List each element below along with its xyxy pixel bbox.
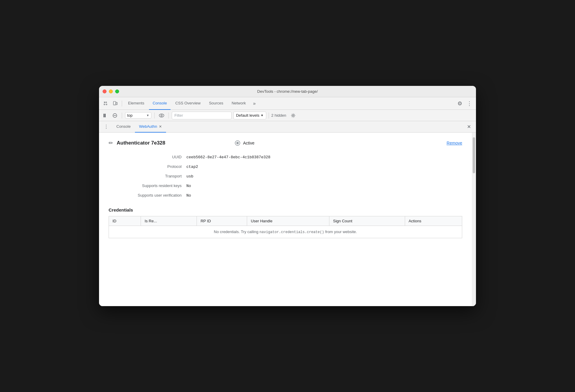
levels-dropdown-icon: ▼ — [261, 114, 264, 117]
toolbar-divider — [122, 101, 122, 107]
col-id: ID — [109, 216, 141, 226]
col-actions: Actions — [405, 216, 462, 226]
more-tabs-button[interactable]: » — [251, 97, 258, 110]
console-toolbar-divider-4 — [269, 113, 269, 118]
table-header-row: ID Is Re... RP ID User Handle Sign Count… — [109, 216, 462, 226]
context-selector[interactable]: top ▼ — [125, 112, 151, 118]
scrollbar-thumb[interactable] — [473, 137, 475, 173]
settings-icon[interactable]: ⚙ — [456, 99, 464, 108]
clear-console-icon[interactable] — [111, 112, 119, 119]
no-credentials-text: No credentials. Try calling navigator.cr… — [214, 230, 357, 234]
panel-tabs: ⋮ Console WebAuthn ✕ ✕ — [99, 121, 476, 133]
edit-icon[interactable]: ✏ — [109, 140, 113, 146]
no-credentials-row: No credentials. Try calling navigator.cr… — [109, 226, 462, 238]
tab-css-overview[interactable]: CSS Overview — [172, 97, 204, 110]
col-is-re: Is Re... — [141, 216, 197, 226]
remove-button[interactable]: Remove — [447, 141, 462, 145]
col-sign-count: Sign Count — [329, 216, 405, 226]
panel-more-icon[interactable]: ⋮ — [103, 123, 110, 130]
col-rp-id: RP ID — [197, 216, 247, 226]
protocol-value: ctap2 — [186, 165, 198, 169]
console-settings-icon[interactable] — [289, 112, 297, 119]
svg-point-2 — [114, 104, 115, 104]
radio-inner — [236, 142, 239, 144]
inspector-icon[interactable] — [101, 99, 110, 108]
svg-rect-4 — [105, 114, 106, 117]
tab-network[interactable]: Network — [228, 97, 250, 110]
tab-console[interactable]: Console — [149, 97, 171, 110]
transport-value: usb — [186, 174, 193, 179]
authenticator-header: ✏ Authenticator 7e328 Active Remove — [109, 140, 462, 146]
user-verification-label: Supports user verification — [109, 193, 186, 197]
panel-tab-webauthn[interactable]: WebAuthn ✕ — [135, 121, 166, 133]
transport-row: Transport usb — [109, 174, 462, 179]
devtools-window: DevTools - chrome://new-tab-page/ Elemen… — [99, 86, 476, 306]
active-radio[interactable] — [235, 140, 240, 146]
resident-keys-row: Supports resident keys No — [109, 183, 462, 188]
close-button[interactable] — [103, 89, 107, 93]
device-icon[interactable] — [111, 99, 119, 108]
uuid-value: ceeb5662-8e27-4e47-8ebc-4c1b8387e328 — [186, 155, 270, 159]
svg-rect-3 — [104, 114, 104, 117]
no-credentials-cell: No credentials. Try calling navigator.cr… — [109, 226, 462, 238]
auth-details: UUID ceeb5662-8e27-4e47-8ebc-4c1b8387e32… — [109, 155, 462, 198]
credentials-title: Credentials — [109, 207, 462, 212]
main-content: ✏ Authenticator 7e328 Active Remove UUID… — [99, 133, 476, 306]
console-toolbar-divider-2 — [154, 113, 155, 118]
transport-label: Transport — [109, 174, 186, 178]
tab-sources[interactable]: Sources — [205, 97, 227, 110]
webauthn-tab-close-icon[interactable]: ✕ — [159, 124, 162, 129]
context-value: top — [127, 113, 145, 118]
col-user-handle: User Handle — [247, 216, 329, 226]
log-levels-button[interactable]: Default levels ▼ — [233, 112, 266, 119]
panel-tab-console[interactable]: Console — [112, 121, 135, 133]
run-script-icon[interactable] — [101, 112, 109, 119]
authenticator-title: Authenticator 7e328 — [117, 140, 165, 146]
scrollbar-track[interactable] — [472, 133, 476, 306]
content-area: ✏ Authenticator 7e328 Active Remove UUID… — [99, 133, 472, 306]
minimize-button[interactable] — [109, 89, 113, 93]
window-title: DevTools - chrome://new-tab-page/ — [257, 89, 318, 94]
resident-keys-value: No — [186, 184, 191, 188]
active-container: Active — [235, 140, 255, 146]
console-toolbar-divider-3 — [168, 113, 169, 118]
console-toolbar: top ▼ Default levels ▼ 2 hidden — [99, 110, 476, 121]
traffic-lights — [103, 89, 119, 93]
resident-keys-label: Supports resident keys — [109, 183, 186, 188]
svg-point-7 — [159, 114, 164, 117]
svg-point-8 — [161, 115, 162, 116]
credentials-section: Credentials ID Is Re... RP ID User Handl… — [109, 207, 462, 238]
console-toolbar-divider-1 — [122, 113, 122, 118]
devtools-toolbar: Elements Console CSS Overview Sources Ne… — [99, 97, 476, 110]
credentials-table: ID Is Re... RP ID User Handle Sign Count… — [109, 216, 462, 238]
user-verification-row: Supports user verification No — [109, 193, 462, 198]
fullscreen-button[interactable] — [115, 89, 119, 93]
protocol-row: Protocol ctap2 — [109, 164, 462, 169]
protocol-label: Protocol — [109, 164, 186, 169]
active-label: Active — [243, 141, 255, 145]
user-verification-value: No — [186, 193, 191, 198]
uuid-label: UUID — [109, 155, 186, 159]
eye-icon[interactable] — [158, 112, 165, 119]
uuid-row: UUID ceeb5662-8e27-4e47-8ebc-4c1b8387e32… — [109, 155, 462, 159]
panel-close-icon[interactable]: ✕ — [465, 123, 472, 130]
svg-rect-1 — [116, 102, 117, 105]
hidden-count: 2 hidden — [271, 113, 286, 118]
tab-elements[interactable]: Elements — [124, 97, 148, 110]
more-options-icon[interactable]: ⋮ — [465, 99, 474, 108]
svg-point-9 — [292, 115, 294, 116]
filter-input[interactable] — [172, 112, 232, 119]
context-dropdown-icon: ▼ — [146, 114, 149, 117]
title-bar: DevTools - chrome://new-tab-page/ — [99, 86, 476, 97]
